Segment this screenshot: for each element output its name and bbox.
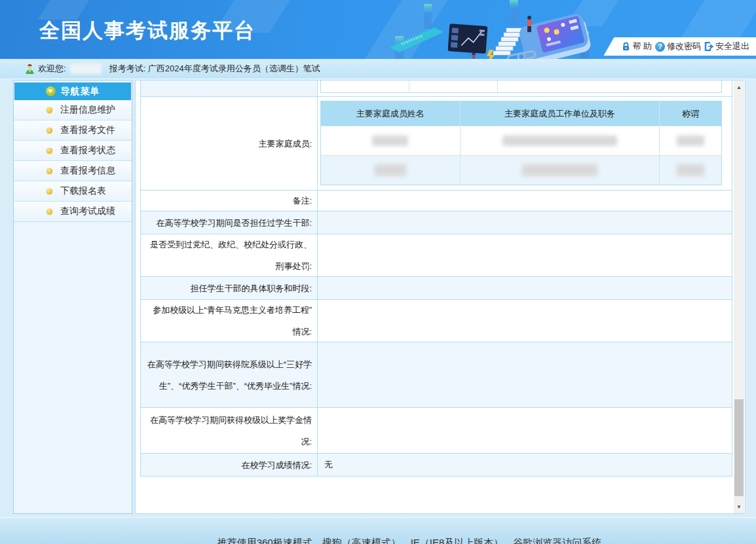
sidebar-item-register-info[interactable]: 注册信息维护 <box>14 100 132 120</box>
header-illustration: ››››››››› <box>383 0 606 59</box>
vertical-scrollbar[interactable]: ▲ ▼ <box>734 81 744 513</box>
scrollbar-thumb[interactable] <box>734 399 744 496</box>
platform-title: 全国人事考试服务平台 <box>39 17 255 45</box>
detail-row-value <box>318 234 732 276</box>
help-label: 帮 助 <box>632 41 652 52</box>
detail-row-label: 在高等学校学习期间是否担任过学生干部: <box>141 211 318 234</box>
bullet-icon <box>47 168 52 174</box>
browser-recommendation-text: 推荐使用360极速模式、搜狗（高速模式）、IE（IE8及以上版本）、谷歌浏览器访… <box>0 537 756 544</box>
chevron-down-icon <box>46 86 56 96</box>
welcome-label: 欢迎您: <box>38 63 66 75</box>
bullet-icon <box>47 209 52 215</box>
sidebar-item-label: 注册信息维护 <box>60 104 115 116</box>
sidebar-item-label: 查看报考状态 <box>60 145 115 156</box>
table-row-honors: 在高等学校学习期间获得院系级以上“三好学生”、“优秀学生干部”、“优秀毕业生”情… <box>141 342 732 408</box>
detail-row-label: 担任学生干部的具体职务和时段: <box>141 277 318 299</box>
detail-row-label: 在高等学校学习期间获得院系级以上“三好学生”、“优秀学生干部”、“优秀毕业生”情… <box>141 342 318 407</box>
sidebar-item-view-exam-files[interactable]: 查看报考文件 <box>14 120 132 141</box>
nav-menu-header-label: 导航菜单 <box>61 86 100 98</box>
redacted-value <box>375 164 406 176</box>
change-password-label: 修改密码 <box>667 41 701 52</box>
detail-row-label: 是否受到过党纪、政纪、校纪处分或行政、刑事处罚: <box>141 234 318 276</box>
detail-row-label: 在校学习成绩情况: <box>141 454 318 476</box>
nav-menu-header[interactable]: 导航菜单 <box>14 82 131 100</box>
redacted-username <box>70 63 102 74</box>
family-col-relation: 称谓 <box>660 101 721 126</box>
help-link[interactable]: 帮 助 <box>622 41 652 52</box>
detail-row-value <box>318 277 732 299</box>
sidebar-item-download-form[interactable]: 下载报名表 <box>14 181 132 202</box>
detail-row-value: 主要家庭成员姓名 主要家庭成员工作单位及职务 称谓 <box>318 97 732 190</box>
utility-bar: 帮 助 ? 修改密码 安全退出 <box>603 37 756 56</box>
detail-row-label: 参加校级以上“青年马克思主义者培养工程”情况: <box>141 300 318 342</box>
footer-bar: 推荐使用360极速模式、搜狗（高速模式）、IE（IE8及以上版本）、谷歌浏览器访… <box>0 517 756 544</box>
sidebar-item-view-exam-status[interactable]: 查看报考状态 <box>14 141 132 161</box>
header-banner: 全国人事考试服务平台 ››››››››› <box>0 0 756 59</box>
detail-row-value <box>318 342 732 407</box>
detail-row-value <box>318 190 732 211</box>
detail-row-value <box>318 300 732 342</box>
registration-detail-table: 主要家庭成员: 主要家庭成员姓名 主要家庭成员工作单位及职务 称谓 <box>140 81 732 477</box>
table-row-scholarship: 在高等学校学习期间获得校级以上奖学金情况: <box>141 408 732 454</box>
bullet-icon <box>47 128 52 134</box>
family-table-row <box>321 126 721 155</box>
table-row-academic-record: 在校学习成绩情况: 无 <box>141 454 732 477</box>
bullet-icon <box>47 189 52 194</box>
table-row-cadre-duty: 担任学生干部的具体职务和时段: <box>141 277 732 300</box>
sidebar-item-label: 查看报考文件 <box>60 124 115 136</box>
detail-row-value <box>318 408 732 453</box>
main-content-panel: 主要家庭成员: 主要家庭成员姓名 主要家庭成员工作单位及职务 称谓 <box>135 80 746 514</box>
logout-link[interactable]: 安全退出 <box>704 41 749 52</box>
sidebar-nav: 导航菜单 注册信息维护 查看报考文件 查看报考状态 查看报考信息 下载报名表 查… <box>13 80 132 514</box>
partial-nested-table <box>320 81 722 93</box>
detail-row-value: 无 <box>318 454 732 476</box>
detail-row-label: 备注: <box>141 190 318 211</box>
scroll-up-arrow[interactable]: ▲ <box>734 82 744 92</box>
redacted-value <box>522 164 597 176</box>
bullet-icon <box>47 107 52 113</box>
family-col-workunit: 主要家庭成员工作单位及职务 <box>461 101 660 126</box>
redacted-value <box>502 136 617 146</box>
bullet-icon <box>47 148 52 154</box>
sidebar-item-query-scores[interactable]: 查询考试成绩 <box>14 202 132 222</box>
sidebar-item-label: 查看报考信息 <box>60 165 115 177</box>
logout-label: 安全退出 <box>715 41 749 52</box>
detail-row-value <box>318 211 732 234</box>
sidebar-item-label: 查询考试成绩 <box>60 206 115 217</box>
banner-streak <box>680 0 756 39</box>
family-table-header: 主要家庭成员姓名 主要家庭成员工作单位及职务 称谓 <box>321 101 721 126</box>
family-members-table: 主要家庭成员姓名 主要家庭成员工作单位及职务 称谓 <box>320 101 722 185</box>
sidebar-item-label: 下载报名表 <box>60 185 106 197</box>
redacted-value <box>677 136 704 146</box>
sidebar-item-view-exam-info[interactable]: 查看报考信息 <box>14 161 132 181</box>
redacted-value <box>372 136 408 146</box>
welcome-bar: 欢迎您: 报考考试: 广西2024年度考试录用公务员（选调生）笔试 <box>0 59 756 79</box>
redacted-value <box>677 164 704 176</box>
exam-label: 报考考试: 广西2024年度考试录用公务员（选调生）笔试 <box>109 63 320 75</box>
exit-icon <box>704 42 713 51</box>
table-row-student-cadre: 在高等学校学习期间是否担任过学生干部: <box>141 211 732 234</box>
detail-row-label: 主要家庭成员: <box>141 97 318 190</box>
detail-row-label: 在高等学校学习期间获得校级以上奖学金情况: <box>141 408 318 453</box>
table-row-family: 主要家庭成员: 主要家庭成员姓名 主要家庭成员工作单位及职务 称谓 <box>141 97 732 190</box>
question-icon: ? <box>655 42 665 52</box>
detail-row-value <box>318 81 732 96</box>
family-col-name: 主要家庭成员姓名 <box>321 101 461 126</box>
table-row-remark: 备注: <box>141 190 732 211</box>
table-row-discipline: 是否受到过党纪、政纪、校纪处分或行政、刑事处罚: <box>141 234 732 277</box>
scroll-down-arrow[interactable]: ▼ <box>734 501 744 512</box>
table-row-marxism-program: 参加校级以上“青年马克思主义者培养工程”情况: <box>141 300 732 342</box>
table-row-partial <box>141 81 732 97</box>
user-avatar-icon <box>25 63 35 75</box>
family-table-row <box>321 155 721 185</box>
lock-icon <box>622 42 630 51</box>
change-password-link[interactable]: ? 修改密码 <box>655 41 701 52</box>
detail-row-label <box>141 81 318 96</box>
